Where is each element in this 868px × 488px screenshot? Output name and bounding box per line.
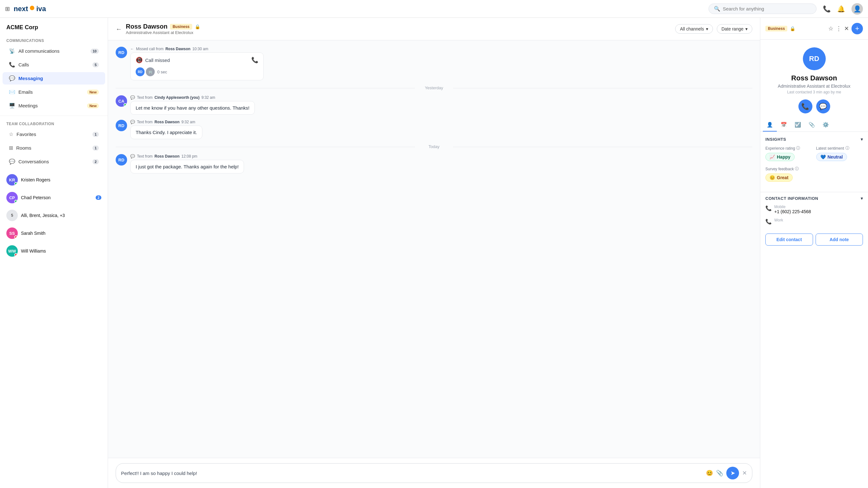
- sidebar-item-emails[interactable]: ✉️ Emails New: [3, 86, 105, 98]
- search-input[interactable]: [723, 6, 811, 11]
- missed-call-content: ← Missed call from Ross Dawson 10:30 am …: [130, 47, 752, 81]
- add-button[interactable]: +: [851, 23, 863, 34]
- chat-input-area: 😊 📎 ➤ ✕: [108, 458, 760, 488]
- missed-call-meta-text: Missed call from: [136, 47, 164, 51]
- missed-call-time: 10:30 am: [192, 47, 208, 51]
- insights-chevron[interactable]: ▾: [861, 137, 863, 142]
- favorites-label: Favorites: [17, 131, 89, 137]
- sidebar-item-conversations[interactable]: 💬 Conversations 2: [3, 155, 105, 168]
- tab-calendar[interactable]: 📅: [777, 119, 791, 131]
- conv-item-group[interactable]: 5 Alli, Brent, Jessica, +3: [0, 207, 108, 224]
- edit-contact-button[interactable]: Edit contact: [765, 234, 813, 246]
- all-channels-filter[interactable]: All channels ▾: [675, 24, 713, 34]
- meetings-badge: New: [87, 103, 99, 108]
- logo-dot: [30, 6, 34, 10]
- conversations-label: Conversations: [19, 159, 89, 164]
- missed-call-icon: ←: [130, 47, 134, 51]
- search-icon: 🔍: [714, 6, 720, 12]
- chat-input-box: 😊 📎 ➤ ✕: [116, 463, 752, 483]
- sidebar-item-all-communications[interactable]: 📡 All communications 10: [3, 45, 105, 57]
- add-note-button[interactable]: Add note: [815, 234, 863, 246]
- logo: next iva: [14, 5, 46, 13]
- conversations-list: KR Kristen Rogers CP Chad Peterson 2 5 A…: [0, 169, 108, 263]
- sidebar-item-rooms[interactable]: ⊞ Rooms 1: [3, 142, 105, 154]
- missed-call-meta: ← Missed call from Ross Dawson 10:30 am: [130, 47, 752, 51]
- great-smile-icon: 😊: [770, 175, 775, 180]
- emoji-icon[interactable]: 😊: [706, 469, 713, 477]
- send-button[interactable]: ➤: [726, 467, 739, 480]
- call-action-button[interactable]: 📞: [799, 99, 812, 114]
- conversations-icon: 💬: [9, 158, 15, 164]
- right-panel-header: Business 🔒 ☆ ⋮ ✕ +: [760, 18, 868, 40]
- all-channels-label: All channels: [680, 26, 704, 31]
- chat-header: ← Ross Dawson Business 🔒 Administrative …: [108, 18, 760, 40]
- chat-area: ← Ross Dawson Business 🔒 Administrative …: [108, 18, 760, 488]
- profile-last-contacted: Last contacted 3 min ago by me: [787, 90, 841, 94]
- emails-label: Emails: [19, 89, 84, 95]
- sidebar-item-favorites[interactable]: ☆ Favorites 1: [3, 128, 105, 141]
- star-icon[interactable]: ☆: [828, 25, 833, 32]
- user-avatar[interactable]: 👤: [851, 3, 863, 14]
- app-grid-icon[interactable]: ⊞: [5, 5, 10, 12]
- text-icon-cindy: 💬: [130, 95, 135, 100]
- message-row-rd-1: RD 💬 Text from Ross Dawson 9:32 am Thank…: [116, 120, 752, 139]
- tab-attachments[interactable]: 📎: [805, 119, 819, 131]
- attachment-icon[interactable]: 📎: [716, 469, 723, 477]
- company-name: ACME Corp: [0, 18, 108, 36]
- rp-lock-icon: 🔒: [790, 26, 795, 31]
- emails-icon: ✉️: [9, 89, 15, 95]
- conv-item-kristen[interactable]: KR Kristen Rogers: [0, 171, 108, 189]
- profile-actions: 📞 💬: [799, 99, 830, 114]
- rd-avatar-1: RD: [116, 120, 127, 131]
- call-missed-icon: 📵: [136, 57, 143, 64]
- chad-avatar: CP: [6, 192, 18, 203]
- contact-info-section: CONTACT INFORMATION ▾ 📞 Mobile +1 (602) …: [760, 192, 868, 234]
- call-back-icon[interactable]: 📞: [251, 57, 258, 64]
- survey-feedback-section: Survey feedback ⓘ 😊 Great: [765, 166, 863, 182]
- latest-sentiment-label: Latest sentiment ⓘ: [816, 146, 863, 151]
- text-icon-rd1: 💬: [130, 120, 135, 124]
- work-label: Work: [774, 218, 783, 222]
- conv-item-chad[interactable]: CP Chad Peterson 2: [0, 189, 108, 207]
- sidebar-item-messaging[interactable]: 💬 Messaging: [3, 72, 105, 85]
- contact-info-chevron[interactable]: ▾: [861, 196, 863, 201]
- back-button[interactable]: ←: [116, 25, 122, 33]
- tab-tasks[interactable]: ☑️: [791, 119, 805, 131]
- top-nav: ⊞ next iva 🔍 📞 🔔 👤: [0, 0, 868, 18]
- cindy-msg-content: 💬 Text from Cindy Applesworth (you) 9:32…: [130, 95, 752, 115]
- conv-item-will[interactable]: WW Will Williams: [0, 242, 108, 260]
- call-avatars: RD 🏢: [136, 67, 155, 76]
- sidebar-item-calls[interactable]: 📞 Calls 5: [3, 58, 105, 71]
- chat-input[interactable]: [121, 470, 703, 476]
- conv-item-sarah[interactable]: SS Sarah Smith: [0, 224, 108, 242]
- more-options-icon[interactable]: ⋮: [836, 25, 842, 32]
- call-missed-label: Call missed: [145, 58, 170, 63]
- all-comms-label: All communications: [19, 48, 87, 54]
- tab-settings[interactable]: ⚙️: [819, 119, 833, 131]
- favorites-icon: ☆: [9, 131, 13, 137]
- bell-icon[interactable]: 🔔: [837, 5, 845, 13]
- date-range-label: Date range: [721, 26, 743, 31]
- experience-rating-label: Experience rating ⓘ: [765, 146, 812, 151]
- search-box[interactable]: 🔍: [709, 3, 816, 14]
- phone-nav-icon[interactable]: 📞: [823, 5, 831, 13]
- date-range-filter[interactable]: Date range ▾: [717, 24, 752, 34]
- contact-info-header[interactable]: CONTACT INFORMATION ▾: [765, 192, 863, 205]
- contact-profile: RD Ross Dawson Administrative Assistant …: [760, 40, 868, 119]
- sidebar-item-meetings[interactable]: 🖥️ Meetings New: [3, 99, 105, 112]
- tab-person[interactable]: 👤: [763, 119, 777, 131]
- message-row-missed-call: RD ← Missed call from Ross Dawson 10:30 …: [116, 47, 752, 81]
- insights-section: INSIGHTS ▾ Experience rating ⓘ 📈 Happy: [760, 132, 868, 192]
- messaging-icon: 💬: [9, 75, 15, 81]
- business-tag: Business: [170, 24, 192, 30]
- close-panel-icon[interactable]: ✕: [844, 25, 849, 32]
- rd-avatar-2: RD: [116, 154, 127, 165]
- right-panel: Business 🔒 ☆ ⋮ ✕ + RD Ross Dawson Admini…: [760, 18, 868, 488]
- rooms-badge: 1: [92, 146, 99, 151]
- cindy-online-dot: [124, 103, 127, 106]
- close-input-button[interactable]: ✕: [742, 469, 747, 477]
- missed-call-bubble: 📵 Call missed 📞 RD 🏢 0 sec: [130, 53, 264, 81]
- sidebar: ACME Corp Communications 📡 All communica…: [0, 18, 108, 488]
- message-action-button[interactable]: 💬: [816, 99, 830, 114]
- caller-avatar-rd: RD: [136, 67, 145, 76]
